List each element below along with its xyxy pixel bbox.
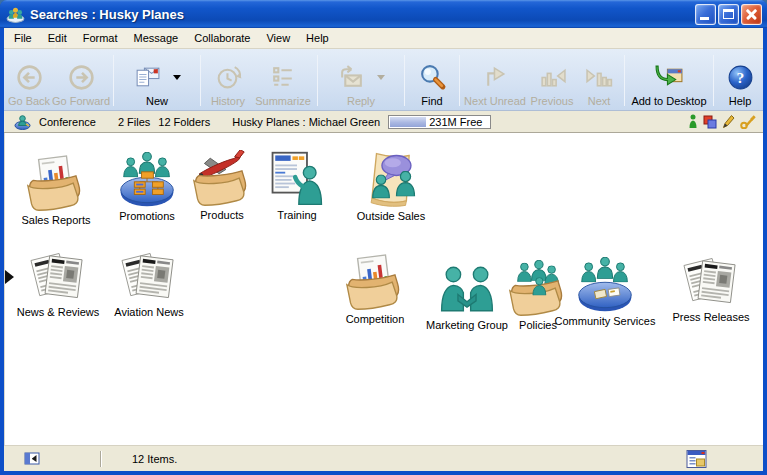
next-unread-icon bbox=[481, 63, 510, 92]
reply-icon bbox=[337, 63, 366, 92]
toolbar-button-new[interactable]: New bbox=[117, 51, 197, 110]
toolbar-button-previous: Previous bbox=[527, 51, 577, 110]
people-disc-cards-icon bbox=[576, 256, 634, 314]
files-count: 2 Files bbox=[118, 116, 150, 128]
menu-view[interactable]: View bbox=[258, 29, 298, 47]
menu-file[interactable]: File bbox=[6, 29, 40, 47]
toolbar-button-go-forward: Go Forward bbox=[52, 51, 110, 110]
toolbar-button-next-unread: Next Unread bbox=[463, 51, 527, 110]
info-bar: Conference 2 Files 12 Folders Husky Plan… bbox=[4, 111, 763, 133]
next-icon bbox=[585, 63, 614, 92]
item-label: Products bbox=[200, 209, 243, 221]
go-back-icon bbox=[15, 63, 44, 92]
toolbar-separator bbox=[200, 55, 201, 106]
toolbar-button-reply: Reply bbox=[321, 51, 401, 110]
help-icon bbox=[726, 63, 755, 92]
toolbar-button-help[interactable]: Help bbox=[717, 51, 763, 110]
application-window: Searches : Husky Planes File Edit Format… bbox=[0, 0, 767, 475]
free-space-label: 231M Free bbox=[429, 116, 482, 128]
item-label: Community Services bbox=[555, 315, 656, 327]
edit-pencil-icon bbox=[722, 114, 735, 129]
status-bar: 12 Items. bbox=[4, 445, 763, 471]
toolbar-label: Reply bbox=[347, 95, 375, 107]
access-key-icon bbox=[740, 114, 756, 129]
folder-chart-icon bbox=[346, 254, 404, 312]
find-icon bbox=[418, 63, 447, 92]
folders-count: 12 Folders bbox=[158, 116, 210, 128]
go-forward-icon bbox=[67, 63, 96, 92]
maximize-icon bbox=[723, 9, 734, 19]
minimize-button[interactable] bbox=[695, 4, 716, 25]
user-presence-icon bbox=[688, 114, 698, 129]
menu-bar: File Edit Format Message Collaborate Vie… bbox=[4, 28, 763, 49]
chevron-down-icon bbox=[377, 75, 385, 80]
window-people-icon bbox=[6, 6, 25, 23]
toolbar: Go Back Go Forward New History Summarize… bbox=[4, 49, 763, 111]
status-divider bbox=[100, 451, 102, 467]
window-title: Searches : Husky Planes bbox=[30, 7, 184, 22]
new-message-icon bbox=[133, 63, 162, 92]
toolbar-label: Summarize bbox=[255, 95, 311, 107]
menu-message[interactable]: Message bbox=[126, 29, 187, 47]
item-label: Aviation News bbox=[114, 306, 184, 318]
toolbar-label: New bbox=[146, 95, 168, 107]
toolbar-button-summarize: Summarize bbox=[252, 51, 314, 110]
presentation-person-icon bbox=[268, 150, 326, 208]
view-toggle-icon[interactable] bbox=[24, 451, 41, 467]
item-label: Sales Reports bbox=[21, 214, 90, 226]
item-label: Outside Sales bbox=[357, 210, 425, 222]
toolbar-separator bbox=[404, 55, 405, 106]
items-count: 12 Items. bbox=[132, 453, 177, 465]
toolbar-label: Next Unread bbox=[464, 95, 526, 107]
add-to-desktop-icon bbox=[655, 63, 684, 92]
item-label: Competition bbox=[346, 313, 405, 325]
desktop-item-press-releases[interactable]: Press Releases bbox=[656, 252, 766, 323]
desktop-item-community-services[interactable]: Community Services bbox=[550, 256, 660, 327]
folder-contents: Sales Reports Promotions Products Traini… bbox=[4, 133, 763, 445]
item-label: News & Reviews bbox=[17, 306, 100, 318]
location-label: Husky Planes : Michael Green bbox=[232, 116, 380, 128]
toolbar-separator bbox=[713, 55, 714, 106]
free-space-gauge: 231M Free bbox=[388, 115, 491, 129]
free-space-fill bbox=[390, 117, 426, 127]
toolbar-separator bbox=[459, 55, 460, 106]
permission-flags bbox=[688, 114, 756, 129]
item-label: Training bbox=[277, 209, 316, 221]
previous-icon bbox=[538, 63, 567, 92]
menu-format[interactable]: Format bbox=[75, 29, 126, 47]
toolbar-button-add-to-desktop[interactable]: Add to Desktop bbox=[628, 51, 710, 110]
menu-help[interactable]: Help bbox=[298, 29, 337, 47]
summarize-icon bbox=[269, 63, 298, 92]
toolbar-label: Go Back bbox=[8, 95, 50, 107]
container-type-label: Conference bbox=[39, 116, 96, 128]
toolbar-label: Go Forward bbox=[52, 95, 110, 107]
window-layout-icon[interactable] bbox=[686, 450, 707, 468]
title-bar[interactable]: Searches : Husky Planes bbox=[0, 0, 767, 28]
toolbar-label: Help bbox=[729, 95, 752, 107]
toolbar-button-next: Next bbox=[577, 51, 621, 110]
people-chat-sheet-icon bbox=[362, 151, 420, 209]
chevron-down-icon[interactable] bbox=[173, 75, 181, 80]
toolbar-label: Find bbox=[421, 95, 442, 107]
minimize-icon bbox=[700, 17, 709, 20]
shared-items-icon bbox=[703, 115, 717, 129]
toolbar-button-find[interactable]: Find bbox=[408, 51, 456, 110]
menu-collaborate[interactable]: Collaborate bbox=[186, 29, 258, 47]
toolbar-separator bbox=[113, 55, 114, 106]
folder-chart-icon bbox=[27, 155, 85, 213]
maximize-button[interactable] bbox=[718, 4, 739, 25]
menu-edit[interactable]: Edit bbox=[40, 29, 75, 47]
history-icon bbox=[214, 63, 243, 92]
desktop-item-aviation-news[interactable]: Aviation News bbox=[94, 247, 204, 318]
newspapers-icon bbox=[29, 247, 87, 305]
toolbar-separator bbox=[624, 55, 625, 106]
close-button[interactable] bbox=[741, 4, 762, 25]
toolbar-button-history: History bbox=[204, 51, 252, 110]
newspapers-icon bbox=[120, 247, 178, 305]
toolbar-button-go-back: Go Back bbox=[6, 51, 52, 110]
toolbar-label: History bbox=[211, 95, 245, 107]
desktop-item-outside-sales[interactable]: Outside Sales bbox=[336, 151, 446, 222]
toolbar-separator bbox=[317, 55, 318, 106]
toolbar-label: Next bbox=[588, 95, 611, 107]
conference-icon bbox=[14, 114, 31, 130]
